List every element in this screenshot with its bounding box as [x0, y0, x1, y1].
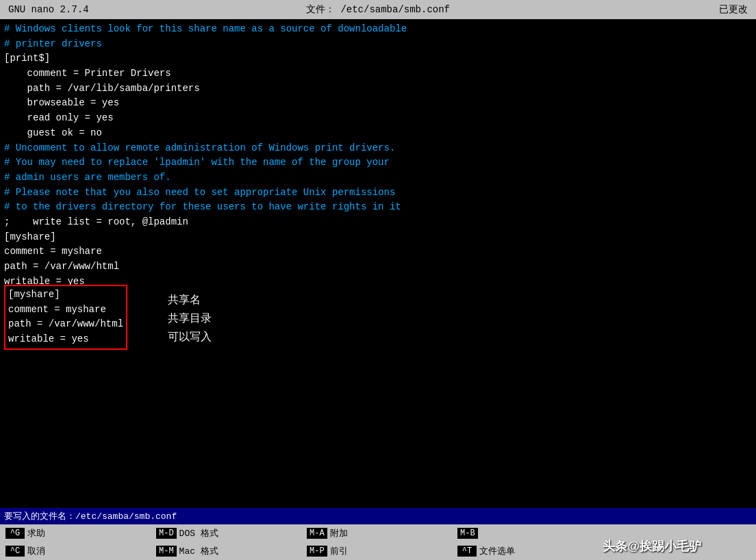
shortcut-key-mac: M-M	[156, 546, 177, 557]
code-line-5: path = /var/lib/samba/printers	[4, 81, 752, 97]
shortcut-key-help: ^G	[5, 528, 25, 539]
highlighted-block: [myshare] comment = myshare path = /var/…	[4, 285, 127, 350]
comment-myshare-line: comment = myshare	[8, 303, 123, 318]
myshare-line: [myshare]	[8, 288, 123, 303]
shortcut-key-dos: M-D	[156, 528, 177, 539]
code-line-13: # to the drivers directory for these use…	[4, 200, 752, 215]
shortcut-label-cancel: 取消	[27, 545, 45, 557]
shortcut-label-prepend: 前引	[330, 545, 348, 557]
save-bar-text: 要写入的文件名：/etc/samba/smb.conf	[4, 510, 177, 522]
path-line: path = /var/www/html	[8, 317, 123, 332]
code-line-18: path = /var/www/html	[4, 259, 752, 275]
editor-area[interactable]: # Windows clients look for this share na…	[0, 19, 756, 524]
shortcut-dos[interactable]: M-D DOS 格式	[151, 524, 301, 542]
code-line-3: [print$]	[4, 51, 752, 66]
title-modified: 已更改	[719, 3, 748, 16]
watermark: 头条@挨踢小毛驴	[603, 538, 701, 555]
shortcut-key-append: M-A	[307, 528, 327, 539]
title-app-name: GNU nano 2.7.4	[8, 4, 89, 15]
shortcut-label-filemenu: 文件选单	[479, 545, 515, 557]
code-container: # Windows clients look for this share na…	[4, 22, 752, 289]
shortcut-help[interactable]: ^G 求助	[0, 524, 151, 542]
code-line-1: # Windows clients look for this share na…	[4, 22, 752, 37]
shortcut-key-mb: M-B	[457, 528, 478, 539]
shortcut-label-help: 求助	[27, 527, 45, 539]
annotation-container: 共享名 共享目录 可以写入	[168, 290, 212, 346]
shortcut-label-append: 附加	[330, 527, 348, 539]
code-line-8: guest ok = no	[4, 126, 752, 141]
save-bar: 要写入的文件名：/etc/samba/smb.conf	[0, 508, 756, 524]
shortcut-label-dos: DOS 格式	[179, 527, 218, 539]
writable-line: writable = yes	[8, 332, 123, 347]
code-line-16: [myshare]	[4, 230, 752, 245]
code-line-10: # You may need to replace 'lpadmin' with…	[4, 155, 752, 170]
shortcut-mac[interactable]: M-M Mac 格式	[151, 542, 301, 560]
code-line-12: # Please note that you also need to set …	[4, 186, 752, 201]
shortcut-append[interactable]: M-A 附加	[301, 524, 452, 542]
code-line-17: comment = myshare	[4, 244, 752, 259]
annotation-sharename: 共享名	[168, 290, 212, 309]
shortcut-key-filemenu: ^T	[457, 546, 477, 557]
code-line-9: # Uncomment to allow remote administrati…	[4, 141, 752, 156]
title-filename: 文件： /etc/samba/smb.conf	[306, 3, 450, 16]
shortcut-key-cancel: ^C	[5, 546, 25, 557]
annotation-sharedir: 共享目录	[168, 309, 212, 327]
code-line-4: comment = Printer Drivers	[4, 66, 752, 81]
code-line-11: # admin users are members of.	[4, 170, 752, 186]
code-line-7: read only = yes	[4, 111, 752, 126]
shortcut-cancel[interactable]: ^C 取消	[0, 542, 151, 560]
code-line-14: ; write list = root, @lpadmin	[4, 215, 752, 230]
title-bar: GNU nano 2.7.4 文件： /etc/samba/smb.conf 已…	[0, 0, 756, 19]
annotation-writable: 可以写入	[168, 327, 212, 346]
shortcut-mb[interactable]: M-B	[452, 524, 603, 542]
shortcut-label-mac: Mac 格式	[179, 545, 218, 557]
code-line-6: browseable = yes	[4, 96, 752, 111]
shortcut-prepend[interactable]: M-P 前引	[301, 542, 452, 560]
code-line-2: # printer drivers	[4, 37, 752, 52]
shortcut-filemenu[interactable]: ^T 文件选单	[452, 542, 603, 560]
shortcut-key-prepend: M-P	[307, 546, 327, 557]
